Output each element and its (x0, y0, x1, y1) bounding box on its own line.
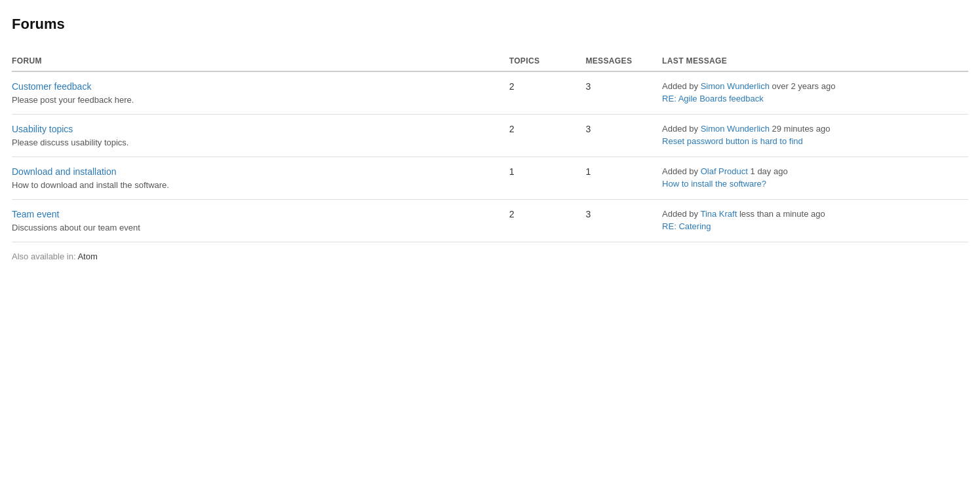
last-message-added: Added by Tina Kraft less than a minute a… (662, 209, 962, 219)
last-message-suffix: ago (808, 209, 825, 219)
topics-count: 2 (509, 71, 586, 115)
forum-name-link[interactable]: Team event (12, 209, 503, 219)
last-message-suffix: ago (819, 81, 835, 91)
last-message-time: over 2 years (770, 81, 819, 91)
forum-cell: Customer feedbackPlease post your feedba… (12, 71, 509, 115)
last-message-prefix: Added by (662, 166, 701, 176)
table-row: Download and installationHow to download… (12, 157, 968, 200)
last-message-prefix: Added by (662, 81, 701, 91)
forum-name-link[interactable]: Download and installation (12, 166, 503, 177)
column-header-topics: TOPICS (509, 51, 586, 71)
last-message-added: Added by Simon Wunderlich over 2 years a… (662, 81, 962, 91)
also-available: Also available in: Atom (12, 251, 968, 261)
table-body: Customer feedbackPlease post your feedba… (12, 71, 968, 242)
last-message-cell: Added by Simon Wunderlich 29 minutes ago… (662, 115, 968, 157)
last-message-prefix: Added by (662, 209, 700, 219)
also-available-label: Also available in: (12, 251, 77, 261)
last-message-user-link[interactable]: Olaf Product (701, 166, 748, 176)
last-message-user-link[interactable]: Tina Kraft (700, 209, 737, 219)
last-message-suffix: ago (813, 124, 830, 134)
last-message-cell: Added by Tina Kraft less than a minute a… (662, 200, 968, 242)
table-row: Team eventDiscussions about our team eve… (12, 200, 968, 242)
forum-name-link[interactable]: Customer feedback (12, 81, 503, 92)
page-title: Forums (12, 16, 968, 33)
topics-count: 1 (509, 157, 586, 200)
last-message-prefix: Added by (662, 124, 701, 134)
last-message-topic-link[interactable]: RE: Agile Boards feedback (662, 94, 962, 103)
table-row: Customer feedbackPlease post your feedba… (12, 71, 968, 115)
messages-count: 3 (585, 115, 662, 157)
forum-description: How to download and install the software… (12, 180, 169, 190)
last-message-topic-link[interactable]: Reset password button is hard to find (662, 136, 962, 146)
atom-link[interactable]: Atom (77, 251, 97, 261)
forum-description: Please post your feedback here. (12, 95, 134, 105)
forum-description: Discussions about our team event (12, 223, 140, 233)
column-header-last-message: LAST MESSAGE (662, 51, 968, 71)
column-header-messages: MESSAGES (585, 51, 662, 71)
forum-name-link[interactable]: Usability topics (12, 124, 503, 134)
last-message-topic-link[interactable]: How to install the software? (662, 179, 962, 189)
forum-cell: Team eventDiscussions about our team eve… (12, 200, 509, 242)
forum-description: Please discuss usability topics. (12, 138, 128, 147)
last-message-time: less than a minute (737, 209, 808, 219)
forum-cell: Usability topicsPlease discuss usability… (12, 115, 509, 157)
last-message-topic-link[interactable]: RE: Catering (662, 221, 962, 231)
messages-count: 3 (585, 71, 662, 115)
forum-cell: Download and installationHow to download… (12, 157, 509, 200)
table-header: FORUM TOPICS MESSAGES LAST MESSAGE (12, 51, 968, 71)
last-message-time: 29 minutes (770, 124, 813, 134)
forums-table: FORUM TOPICS MESSAGES LAST MESSAGE Custo… (12, 51, 968, 242)
messages-count: 1 (585, 157, 662, 200)
table-row: Usability topicsPlease discuss usability… (12, 115, 968, 157)
column-header-forum: FORUM (12, 51, 509, 71)
last-message-added: Added by Olaf Product 1 day ago (662, 166, 962, 176)
messages-count: 3 (585, 200, 662, 242)
last-message-user-link[interactable]: Simon Wunderlich (701, 81, 770, 91)
topics-count: 2 (509, 200, 586, 242)
last-message-suffix: ago (771, 166, 787, 176)
last-message-cell: Added by Olaf Product 1 day agoHow to in… (662, 157, 968, 200)
last-message-time: 1 day (748, 166, 771, 176)
last-message-cell: Added by Simon Wunderlich over 2 years a… (662, 71, 968, 115)
topics-count: 2 (509, 115, 586, 157)
last-message-added: Added by Simon Wunderlich 29 minutes ago (662, 124, 962, 134)
last-message-user-link[interactable]: Simon Wunderlich (701, 124, 770, 134)
